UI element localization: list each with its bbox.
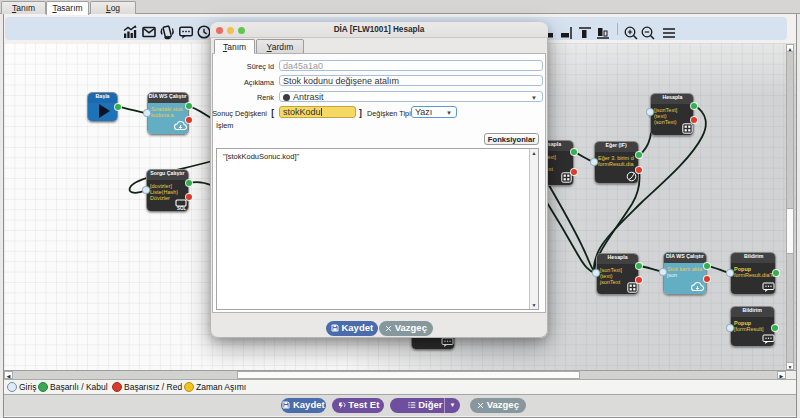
svg-text:SQL: SQL (177, 205, 187, 210)
